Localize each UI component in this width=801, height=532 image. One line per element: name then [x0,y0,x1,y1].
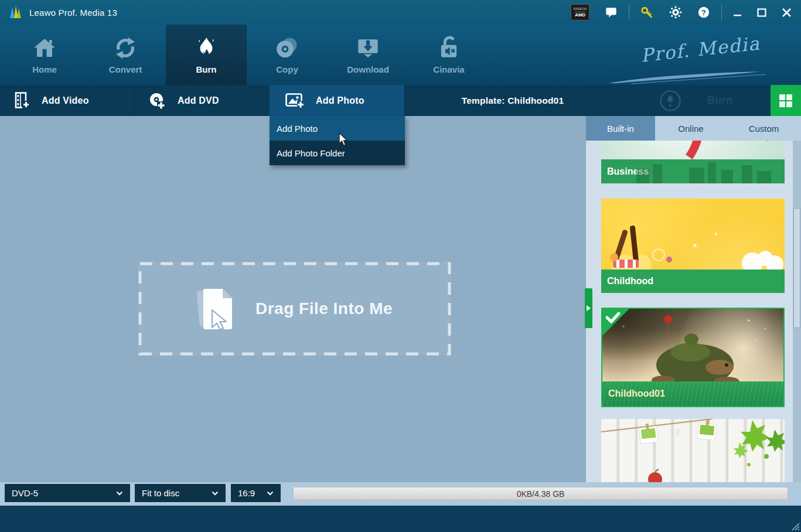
download-icon [355,36,381,60]
nav-home-label: Home [32,64,57,74]
bottom-bar: DVD-5 Fit to disc 16:9 0KB/4.38 GB [0,482,801,506]
resize-grip[interactable] [790,521,800,531]
template-business[interactable]: Business [601,141,785,183]
tab-built-in-label: Built-in [607,124,634,134]
disc-capacity-text: 0KB/4.38 GB [517,489,565,499]
add-photo-button[interactable]: Add Photo [270,85,404,116]
template-name: Childhood [607,276,653,287]
minimize-button[interactable] [725,0,749,25]
template-indicator: Template: Childhood01 [404,85,621,116]
chevron-right-icon [587,305,591,311]
unlock-mute-icon [436,36,462,60]
template-list: Business [586,141,801,482]
main-nav: Home Convert Burn [0,25,801,85]
settings-button[interactable] [662,0,690,25]
titlebar: Leawo Prof. Media 13 RADEON AMD [0,0,801,25]
help-icon: ? [697,6,710,19]
close-button[interactable] [774,0,801,25]
toolbar: Add Video Add DVD Add Photo [0,85,801,116]
close-icon [782,8,792,18]
add-dvd-icon [148,92,166,110]
nav-convert-label: Convert [109,64,142,74]
business-skyline [601,159,785,183]
green-grid-icon [778,93,793,108]
chevron-down-icon [267,491,274,496]
tab-custom[interactable]: Custom [727,116,801,141]
feedback-button[interactable] [597,0,625,25]
template-tabs: Built-in Online Custom [586,116,801,141]
titlebar-divider [629,5,629,20]
flame-icon [193,36,219,60]
template-childhood01-selected[interactable]: Childhood01 [601,308,785,407]
register-button[interactable] [633,0,662,25]
disc-type-value: DVD-5 [12,488,38,498]
nav-convert[interactable]: Convert [85,25,166,85]
aspect-ratio-value: 16:9 [238,488,255,498]
register-key-icon [640,6,654,19]
titlebar-divider [721,5,722,20]
add-photo-label: Add Photo [316,96,364,106]
selected-check-icon [602,309,629,336]
template-grid-button[interactable] [771,85,801,116]
panel-scrollbar[interactable] [793,141,801,482]
nav-home[interactable]: Home [4,25,85,85]
aspect-ratio-select[interactable]: 16:9 [231,484,281,502]
drag-file-icon [197,285,239,332]
chevron-down-icon [116,491,123,496]
nav-cinavia[interactable]: Cinavia [408,25,489,85]
template-childhood[interactable]: Childhood [601,199,785,293]
burn-circle-icon [659,90,681,112]
template-fence[interactable] [601,419,785,482]
childhood01-label-band: Childhood01 [602,381,783,406]
drop-hint-text: Drag File Into Me [255,299,393,318]
fence-art-shapes [601,419,785,482]
app-title: Leawo Prof. Media 13 [29,8,117,18]
brand-script-text: Prof. Media [640,32,761,66]
tab-online-label: Online [678,124,703,134]
disc-type-select[interactable]: DVD-5 [5,484,130,502]
fit-mode-value: Fit to disc [142,488,179,498]
menu-item-add-photo-label: Add Photo [277,124,318,134]
burn-button[interactable]: Burn [621,85,771,116]
amd-graphics-badge: RADEON AMD [563,0,597,25]
nav-burn[interactable]: Burn [166,25,247,85]
minimize-icon [733,8,742,17]
fit-mode-select[interactable]: Fit to disc [135,484,226,502]
chevron-down-icon [212,491,219,496]
nav-copy[interactable]: Copy [247,25,328,85]
mouse-cursor [338,132,349,146]
drag-drop-zone[interactable]: Drag File Into Me [138,262,451,356]
app-window: Leawo Prof. Media 13 RADEON AMD [0,0,801,532]
help-button[interactable]: ? [690,0,718,25]
add-dvd-label: Add DVD [178,96,219,106]
home-icon [32,36,57,60]
add-video-icon [15,92,30,110]
feedback-icon [605,6,618,19]
brand-area: Prof. Media [613,39,766,86]
leawo-logo-icon [8,5,23,20]
childhood01-art-shapes [602,309,783,381]
maximize-button[interactable] [749,0,774,25]
convert-icon [113,36,138,60]
tab-custom-label: Custom [749,124,779,134]
template-label: Template: Childhood01 [462,96,564,106]
business-label-band: Business [601,159,785,183]
nav-download-label: Download [347,64,389,74]
tab-built-in[interactable]: Built-in [586,116,655,141]
maximize-icon [757,8,766,17]
nav-burn-label: Burn [196,64,217,74]
template-panel: Built-in Online Custom [586,116,801,482]
add-dvd-button[interactable]: Add DVD [135,85,270,116]
nav-cinavia-label: Cinavia [433,64,464,74]
brand-swoosh [608,69,772,84]
nav-download[interactable]: Download [328,25,408,85]
tab-online[interactable]: Online [655,116,727,141]
panel-expand-handle[interactable] [585,288,592,328]
workspace: Drag File Into Me [0,116,586,482]
panel-scrollbar-thumb[interactable] [793,208,800,328]
disc-copy-icon [274,36,300,60]
settings-gear-icon [669,6,682,19]
add-video-button[interactable]: Add Video [0,85,135,116]
disc-capacity-bar: 0KB/4.38 GB [293,487,788,500]
add-video-label: Add Video [42,96,89,106]
